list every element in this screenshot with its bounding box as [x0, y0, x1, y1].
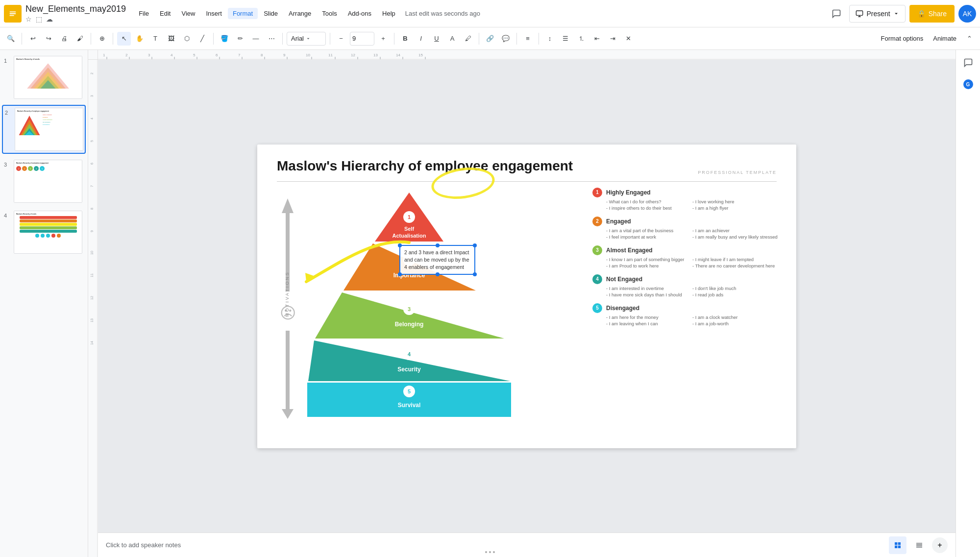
numbered-list-btn[interactable]: ⒈	[574, 32, 588, 46]
slide-thumb-4[interactable]: 4 Maslow's Hierarchy of needs	[2, 209, 86, 256]
comment-tb-btn[interactable]: 💬	[499, 32, 513, 46]
svg-text:14: 14	[396, 53, 400, 57]
hand-btn[interactable]: ✋	[133, 32, 147, 46]
underline-btn[interactable]: U	[430, 32, 443, 46]
slide-thumb-2[interactable]: 2 Maslow's Hierarchy of employee engagem…	[2, 105, 86, 154]
slide-thumb-1[interactable]: 1 Maslow's Hierarchy of needs	[2, 54, 86, 101]
svg-rect-92	[898, 545, 901, 548]
handle-top[interactable]	[436, 243, 440, 247]
highlight-btn[interactable]: 🖊	[461, 32, 475, 46]
italic-btn[interactable]: I	[414, 32, 428, 46]
p3-l2: - I am Proud to work here	[606, 263, 685, 268]
font-name: Arial	[291, 35, 304, 42]
avatar[interactable]: AK	[958, 5, 976, 23]
redo-btn[interactable]: ↪	[42, 32, 55, 46]
border-color-btn[interactable]: ✏	[233, 32, 247, 46]
link-btn[interactable]: 🔗	[483, 32, 497, 46]
menu-file[interactable]: File	[134, 8, 154, 19]
format-options-button[interactable]: Format options	[877, 33, 928, 44]
zoom-menu-btn[interactable]: 🔍	[4, 32, 18, 46]
cloud-icon[interactable]: ☁	[46, 15, 53, 23]
select-btn[interactable]: ↖	[117, 32, 131, 46]
menu-format[interactable]: Format	[228, 8, 258, 19]
svg-text:10: 10	[306, 53, 310, 57]
indent-more-btn[interactable]: ⇥	[606, 32, 619, 46]
list-btn[interactable]: ☰	[559, 32, 572, 46]
svg-rect-1	[10, 11, 16, 12]
document-title[interactable]: New_Elements_may2019	[25, 4, 126, 14]
paintformat-btn[interactable]: 🖌	[73, 32, 87, 46]
menu-slide[interactable]: Slide	[259, 8, 283, 19]
font-size-increase[interactable]: +	[376, 32, 390, 46]
add-slide-btn[interactable]: +	[932, 537, 948, 553]
p1-l1: - What can I do for others?	[606, 199, 685, 204]
handle-bottom[interactable]	[436, 272, 440, 276]
svg-text:13: 13	[373, 53, 378, 57]
svg-text:5: 5	[193, 53, 196, 57]
border-weight-btn[interactable]: ―	[249, 32, 263, 46]
menu-edit[interactable]: Edit	[155, 8, 175, 19]
bold-btn[interactable]: B	[398, 32, 412, 46]
undo-btn[interactable]: ↩	[26, 32, 40, 46]
shapes-btn[interactable]: ⬡	[180, 32, 194, 46]
line-spacing-btn[interactable]: ↕	[543, 32, 557, 46]
svg-text:5: 5	[90, 140, 94, 142]
p1-l2: - I inspire others to do their best	[606, 205, 685, 211]
svg-text:2: 2	[90, 73, 94, 74]
menu-insert[interactable]: Insert	[201, 8, 227, 19]
svg-rect-91	[895, 545, 897, 548]
text-box[interactable]: 2 and 3 have a direct Impact and can be …	[399, 245, 475, 275]
canvas-with-ruler: 2 3 4 5 6 7 8 9 10 11 12 13 14	[88, 60, 956, 557]
toolbar: 🔍 ↩ ↪ 🖨 🖌 ⊕ ↖ ✋ T 🖼 ⬡ ╱ 🪣 ✏ ― ⋯ Arial − …	[0, 27, 980, 50]
textbox-btn[interactable]: T	[148, 32, 162, 46]
border-dash-btn[interactable]: ⋯	[265, 32, 278, 46]
font-selector[interactable]: Arial	[287, 32, 326, 46]
sep-9	[516, 33, 517, 45]
text-color-btn[interactable]: A	[445, 32, 459, 46]
menu-help[interactable]: Help	[377, 8, 400, 19]
grid-view-btn[interactable]	[889, 536, 906, 554]
svg-text:12: 12	[351, 53, 355, 57]
clear-format-btn[interactable]: ✕	[621, 32, 635, 46]
font-size-display[interactable]: 9	[350, 32, 374, 46]
print-btn[interactable]: 🖨	[57, 32, 71, 46]
svg-text:12: 12	[90, 296, 94, 300]
sep-8	[479, 33, 479, 45]
image-btn[interactable]: 🖼	[164, 32, 178, 46]
sidebar-explore-btn[interactable]: G	[959, 75, 977, 93]
folder-icon[interactable]: ⬚	[36, 15, 42, 23]
share-button[interactable]: 🔒 Share	[909, 5, 955, 23]
notes-placeholder[interactable]: Click to add speaker notes	[106, 541, 181, 549]
align-btn[interactable]: ≡	[521, 32, 535, 46]
menu-arrange[interactable]: Arrange	[284, 8, 316, 19]
slide-thumb-3[interactable]: 3 Maslow's Hierarchy of motivation engag…	[2, 158, 86, 205]
menu-addons[interactable]: Add-ons	[343, 8, 376, 19]
svg-text:Belonging: Belonging	[395, 321, 424, 328]
slide-preview-2: Maslow's Hierarchy of employee engagemen…	[15, 108, 83, 151]
menu-view[interactable]: View	[176, 8, 200, 19]
indent-less-btn[interactable]: ⇤	[590, 32, 604, 46]
present-button[interactable]: Present	[849, 5, 905, 23]
svg-rect-95	[916, 545, 922, 546]
comment-button[interactable]	[828, 5, 845, 23]
sep-1	[22, 33, 22, 45]
svg-marker-65	[282, 409, 294, 419]
font-size-decrease[interactable]: −	[334, 32, 348, 46]
list-view-btn[interactable]	[910, 536, 928, 554]
star-icon[interactable]: ☆	[25, 15, 32, 23]
badge-3: 3	[592, 245, 602, 255]
collapse-btn[interactable]: ⌃	[962, 32, 976, 46]
line-btn[interactable]: ╱	[196, 32, 209, 46]
handle-tl[interactable]	[398, 243, 402, 247]
handle-tr[interactable]	[473, 243, 477, 247]
animate-button[interactable]: Animate	[929, 33, 960, 44]
sidebar-chat-btn[interactable]	[959, 54, 977, 72]
app-icon[interactable]	[4, 5, 22, 23]
slide-subtitle: PROFESSIONAL TEMPLATE	[698, 170, 777, 175]
p4-r1: - I don't like job much	[692, 286, 736, 291]
menu-tools[interactable]: Tools	[317, 8, 342, 19]
slide-num-2: 2	[5, 108, 12, 116]
title-2: Engaged	[606, 218, 631, 225]
zoom-btn[interactable]: ⊕	[95, 32, 109, 46]
bg-color-btn[interactable]: 🪣	[218, 32, 231, 46]
